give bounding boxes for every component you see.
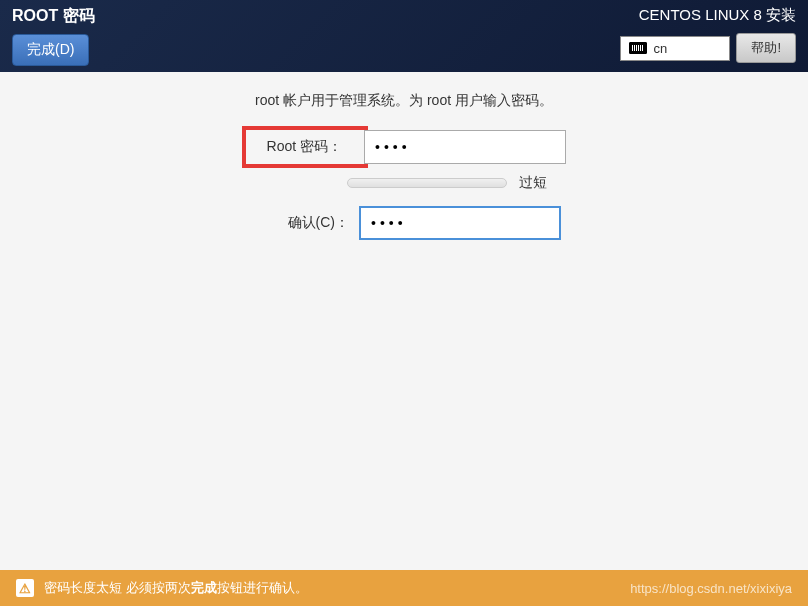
password-label-highlight: Root 密码： bbox=[242, 126, 368, 168]
header-left: ROOT 密码 完成(D) bbox=[12, 6, 95, 66]
confirm-row: 确认(C)： bbox=[40, 206, 768, 240]
page-title: ROOT 密码 bbox=[12, 6, 95, 27]
strength-row: 过短 bbox=[138, 174, 768, 192]
password-strength-text: 过短 bbox=[519, 174, 559, 192]
warning-icon: ⚠ bbox=[16, 579, 34, 597]
header-bar: ROOT 密码 完成(D) CENTOS LINUX 8 安装 cn 帮助! bbox=[0, 0, 808, 72]
keyboard-icon bbox=[629, 42, 647, 54]
warning-text: 密码长度太短 必须按两次完成按钮进行确认。 bbox=[44, 579, 308, 597]
done-button[interactable]: 完成(D) bbox=[12, 34, 89, 66]
watermark-text: https://blog.csdn.net/xixixiya bbox=[630, 581, 792, 596]
help-button[interactable]: 帮助! bbox=[736, 33, 796, 63]
confirm-label: 确认(C)： bbox=[247, 214, 359, 232]
keyboard-layout-selector[interactable]: cn bbox=[620, 36, 730, 61]
keyboard-layout-text: cn bbox=[653, 41, 667, 56]
header-controls: cn 帮助! bbox=[620, 33, 796, 63]
warning-left: ⚠ 密码长度太短 必须按两次完成按钮进行确认。 bbox=[16, 579, 308, 597]
warning-bar: ⚠ 密码长度太短 必须按两次完成按钮进行确认。 https://blog.csd… bbox=[0, 570, 808, 606]
password-strength-bar bbox=[347, 178, 507, 188]
password-row: Root 密码： bbox=[40, 126, 768, 168]
content-area: root 帐户用于管理系统。为 root 用户输入密码。 Root 密码： 过短… bbox=[0, 72, 808, 570]
confirm-password-input[interactable] bbox=[359, 206, 561, 240]
install-title: CENTOS LINUX 8 安装 bbox=[639, 6, 796, 25]
root-password-input[interactable] bbox=[364, 130, 566, 164]
password-label: Root 密码： bbox=[252, 138, 352, 156]
description-text: root 帐户用于管理系统。为 root 用户输入密码。 bbox=[40, 92, 768, 110]
header-right: CENTOS LINUX 8 安装 cn 帮助! bbox=[620, 6, 796, 63]
